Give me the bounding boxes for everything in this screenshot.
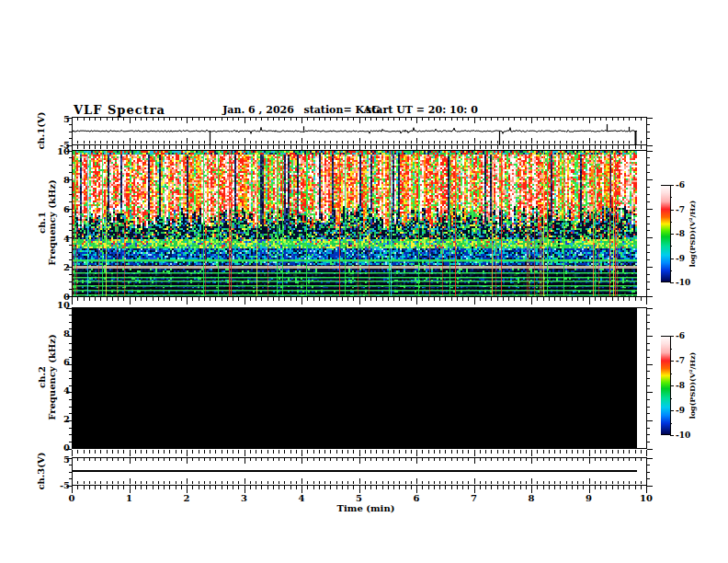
page-title: VLF Spectra [74,103,165,117]
colorbar1-tick-label: -7 [676,205,685,214]
ch3-flatline [73,470,637,472]
ch1-voltage-axis-title: ch.1(V) [36,111,46,149]
x-tick-label: 4 [299,492,305,502]
ch3-voltage-axis-title: ch.3(V) [36,452,46,489]
ch2-freq-tick-label: 0 [63,442,70,452]
colorbar-ch2 [661,336,670,435]
vlf-spectra-screen: VLF Spectra Jan. 6 , 2026 station= KAG s… [0,0,728,563]
colorbar1-tick-label: -9 [676,254,685,263]
ch2-frequency-axis-title: ch.2 Frequency (kHz) [37,334,57,419]
ch2-freq-tick-label: 4 [63,385,70,395]
ch2-frequency-label: Frequency (kHz) [47,334,57,419]
x-tick-label: 2 [184,492,190,502]
colorbar-ch1 [661,185,670,282]
colorbar-ch2-title: log(PSD)(V²/Hz) [688,352,697,419]
x-tick-label: 3 [241,492,247,502]
ch1-waveform-canvas [73,118,646,144]
colorbar2-tick-label: -10 [676,431,690,440]
x-tick-label: 0 [69,492,75,502]
x-tick-label: 1 [126,492,132,502]
ch1-freq-tick-label: 4 [63,233,70,243]
ch1-voltage-panel [72,117,647,145]
ch2-freq-tick-label: 2 [63,413,70,423]
ch1-spectrogram-canvas [73,151,637,296]
x-tick-label: 7 [471,492,477,502]
ch2-channel-label: ch.2 [37,334,47,419]
ch3-volt-tick-label: -5 [60,479,70,489]
colorbar1-tick-label: -10 [676,278,690,287]
ch2-freq-tick-label: 8 [63,327,70,338]
ch1-freq-tick-label: 6 [63,203,70,213]
ch1-freq-tick-label: 2 [63,262,70,272]
time-axis-title: Time (min) [337,503,395,513]
ch1-volt-tick-label: 5 [63,114,70,124]
colorbar-ch1-title: log(PSD)(V²/Hz) [688,201,697,268]
ch1-frequency-axis-title: ch.1 Frequency (kHz) [37,179,57,265]
colorbar1-tick-label: -8 [676,229,685,238]
colorbar1-tick-label: -6 [676,180,685,190]
x-tick-label: 5 [356,492,362,502]
colorbar2-tick-label: -8 [676,381,685,390]
ch2-freq-tick-label: 10 [57,300,70,310]
x-tick-label: 9 [586,492,592,502]
ch1-spectrogram-panel [72,150,647,297]
ch1-freq-tick-label: 8 [63,175,70,185]
start-ut-label: start UT = 20: 10: 0 [366,104,478,116]
x-tick-label: 6 [414,492,420,502]
ch2-spectrogram-nodata-fill [73,308,637,448]
x-tick-label: 8 [529,492,535,502]
ch3-volt-tick-label: 5 [63,454,70,465]
colorbar2-tick-label: -6 [676,331,685,340]
x-tick-label: 10 [640,492,653,502]
ch1-channel-label: ch.1 [37,179,47,265]
colorbar2-tick-label: -7 [676,356,685,365]
date-label: Jan. 6 , 2026 [222,104,294,116]
ch2-spectrogram-panel [72,307,647,449]
ch1-volt-tick-label: -5 [60,139,70,149]
colorbar2-tick-label: -9 [676,406,685,415]
ch2-freq-tick-label: 6 [63,356,70,366]
ch3-voltage-panel [72,457,647,486]
ch1-frequency-label: Frequency (kHz) [47,179,57,265]
